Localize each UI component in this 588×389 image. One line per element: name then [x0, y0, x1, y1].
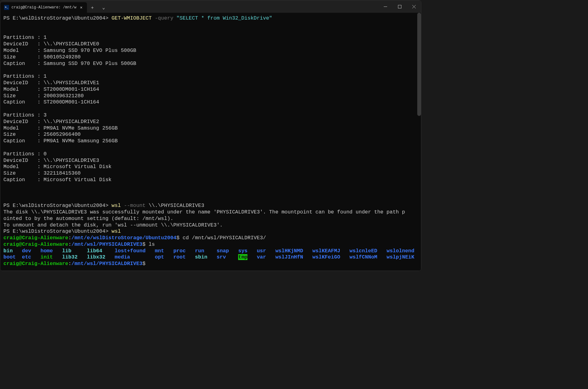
terminal-content[interactable]: PS E:\wslDistroStorage\Ubuntu2004> GET-W… [0, 13, 421, 271]
tab-title: craig@Craig-Alienware: /mnt/w [11, 5, 76, 10]
chevron-down-icon: ⌄ [102, 5, 105, 11]
powershell-icon: >_ [4, 5, 9, 10]
close-button[interactable] [407, 0, 421, 13]
scrollbar-thumb[interactable] [417, 13, 421, 116]
maximize-button[interactable] [392, 0, 407, 13]
tab-active[interactable]: >_ craig@Craig-Alienware: /mnt/w ✕ [0, 2, 87, 13]
scrollbar[interactable] [417, 13, 421, 271]
terminal-window: >_ craig@Craig-Alienware: /mnt/w ✕ ＋ ⌄ P… [0, 0, 421, 271]
tab-strip: >_ craig@Craig-Alienware: /mnt/w ✕ ＋ ⌄ [0, 0, 109, 13]
new-tab-button[interactable]: ＋ [87, 2, 98, 13]
svg-rect-1 [398, 5, 401, 8]
close-icon[interactable]: ✕ [79, 5, 84, 10]
titlebar: >_ craig@Craig-Alienware: /mnt/w ✕ ＋ ⌄ [0, 0, 421, 13]
tab-dropdown-button[interactable]: ⌄ [98, 2, 109, 13]
window-controls [378, 0, 421, 13]
minimize-button[interactable] [378, 0, 392, 13]
